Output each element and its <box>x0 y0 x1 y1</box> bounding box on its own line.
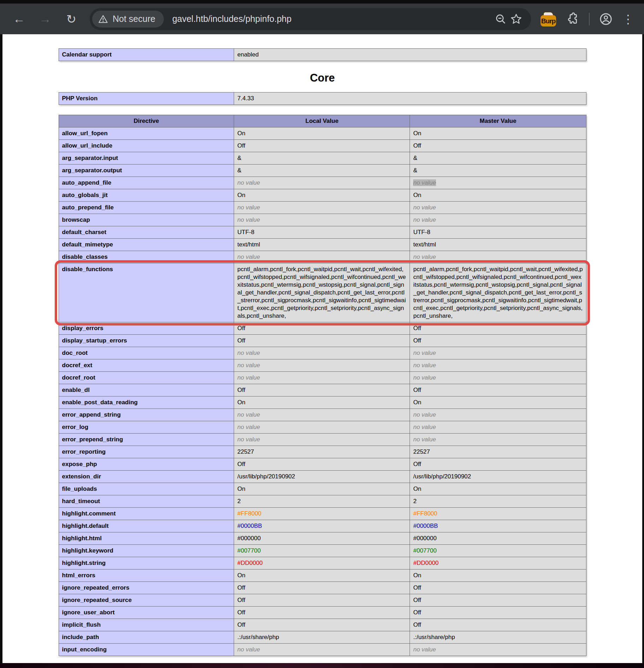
value-cell: enabled <box>234 49 586 61</box>
value-cell: no value <box>410 251 586 263</box>
directive-cell: enable_dl <box>59 384 234 396</box>
directive-cell: hard_timeout <box>59 495 234 508</box>
value-cell: On <box>234 127 410 140</box>
value-cell: #007700 <box>410 545 586 557</box>
directive-cell: disable_functions <box>59 263 234 322</box>
value-cell: 2 <box>234 495 410 508</box>
value-cell: Off <box>410 335 586 347</box>
zoom-level-icon[interactable] <box>493 11 508 27</box>
reload-button[interactable]: ↻ <box>61 9 81 29</box>
value-cell: no value <box>234 644 410 656</box>
table-row: error_append_stringno valueno value <box>59 409 586 421</box>
value-cell: Off <box>410 458 586 471</box>
table-row: ignore_repeated_errorsOffOff <box>59 582 586 594</box>
table-row: disable_functionspcntl_alarm,pcntl_fork,… <box>59 263 586 322</box>
value-cell: no value <box>234 214 410 226</box>
value-cell: no value <box>234 359 410 372</box>
value-cell: no value <box>410 214 586 226</box>
value-cell: pcntl_alarm,pcntl_fork,pcntl_waitpid,pcn… <box>234 263 410 322</box>
window-top-edge <box>0 0 644 4</box>
table-row: default_mimetypetext/htmltext/html <box>59 239 586 251</box>
profile-avatar-icon[interactable] <box>598 11 614 27</box>
directive-cell: docref_root <box>59 372 234 384</box>
value-cell: Off <box>410 582 586 594</box>
directive-cell: auto_globals_jit <box>59 189 234 202</box>
value-cell: & <box>410 152 586 165</box>
directive-cell: highlight.string <box>59 557 234 569</box>
value-cell: #000000 <box>410 532 586 545</box>
value-cell: no value <box>234 409 410 421</box>
table-row: implicit_flushOffOff <box>59 619 586 631</box>
directive-cell: implicit_flush <box>59 619 234 631</box>
value-cell: #0000BB <box>410 520 586 532</box>
table-row: highlight.string#DD0000#DD0000 <box>59 557 586 569</box>
value-cell: no value <box>410 347 586 359</box>
browser-toolbar: ← → ↻ Not secure gavel.htb/includes/phpi… <box>0 4 644 34</box>
value-cell: #DD0000 <box>410 557 586 569</box>
value-cell: Off <box>234 458 410 471</box>
value-cell: On <box>410 396 586 409</box>
value-cell: & <box>234 165 410 177</box>
directive-cell: highlight.comment <box>59 508 234 520</box>
value-cell: Off <box>410 594 586 607</box>
value-cell: no value <box>410 359 586 372</box>
value-cell: Off <box>234 140 410 152</box>
table-row: browscapno valueno value <box>59 214 586 226</box>
table-row: display_errorsOffOff <box>59 322 586 335</box>
burp-extension-icon[interactable]: Burp <box>540 12 556 26</box>
directive-cell: ignore_user_abort <box>59 607 234 619</box>
value-cell: 22527 <box>410 446 586 458</box>
value-cell: Off <box>234 384 410 396</box>
table-row: highlight.comment#FF8000#FF8000 <box>59 508 586 520</box>
value-cell: text/html <box>410 239 586 251</box>
value-cell: UTF-8 <box>410 226 586 239</box>
value-cell: .:/usr/share/php <box>234 631 410 644</box>
table-row: highlight.keyword#007700#007700 <box>59 545 586 557</box>
table-row: error_prepend_stringno valueno value <box>59 434 586 446</box>
forward-button[interactable]: → <box>35 9 55 29</box>
value-cell: 22527 <box>234 446 410 458</box>
bookmark-star-icon[interactable] <box>508 11 524 27</box>
directive-cell: error_prepend_string <box>59 434 234 446</box>
menu-dots-icon[interactable]: ⋮ <box>622 13 634 25</box>
value-cell: /usr/lib/php/20190902 <box>410 471 586 483</box>
directive-cell: enable_post_data_reading <box>59 396 234 409</box>
value-cell: UTF-8 <box>234 226 410 239</box>
table-row: default_charsetUTF-8UTF-8 <box>59 226 586 239</box>
php-version-table: PHP Version 7.4.33 <box>59 92 586 105</box>
table-row: html_errorsOnOn <box>59 569 586 582</box>
directive-cell: include_path <box>59 631 234 644</box>
value-cell: On <box>410 483 586 495</box>
value-cell: no value <box>234 372 410 384</box>
table-row: allow_url_fopenOnOn <box>59 127 586 140</box>
toolbar-separator <box>589 13 590 25</box>
back-button[interactable]: ← <box>9 9 29 29</box>
extensions-puzzle-icon[interactable] <box>565 11 580 27</box>
value-cell: #007700 <box>234 545 410 557</box>
value-cell: no value <box>410 409 586 421</box>
table-row: ignore_user_abortOffOff <box>59 607 586 619</box>
table-row: arg_separator.output&& <box>59 165 586 177</box>
value-cell: no value <box>410 434 586 446</box>
directive-cell: highlight.html <box>59 532 234 545</box>
table-row: auto_globals_jitOnOn <box>59 189 586 202</box>
table-row: highlight.html#000000#000000 <box>59 532 586 545</box>
directive-cell: auto_append_file <box>59 177 234 189</box>
table-row: input_encodingno valueno value <box>59 644 586 656</box>
directive-cell: highlight.default <box>59 520 234 532</box>
value-cell: .:/usr/share/php <box>410 631 586 644</box>
value-cell: no value <box>410 421 586 434</box>
not-secure-chip[interactable]: Not secure <box>92 11 164 28</box>
directive-cell: display_errors <box>59 322 234 335</box>
value-cell: & <box>410 165 586 177</box>
value-cell: no value <box>410 644 586 656</box>
directive-cell: expose_php <box>59 458 234 471</box>
value-cell: no value <box>234 421 410 434</box>
value-cell: Off <box>410 619 586 631</box>
not-secure-label: Not secure <box>113 14 155 24</box>
address-bar[interactable]: Not secure gavel.htb/includes/phpinfo.ph… <box>90 8 531 30</box>
column-header-directive: Directive <box>59 115 234 127</box>
directive-cell: error_append_string <box>59 409 234 421</box>
value-cell: no value <box>410 177 586 189</box>
directive-cell: ignore_repeated_source <box>59 594 234 607</box>
